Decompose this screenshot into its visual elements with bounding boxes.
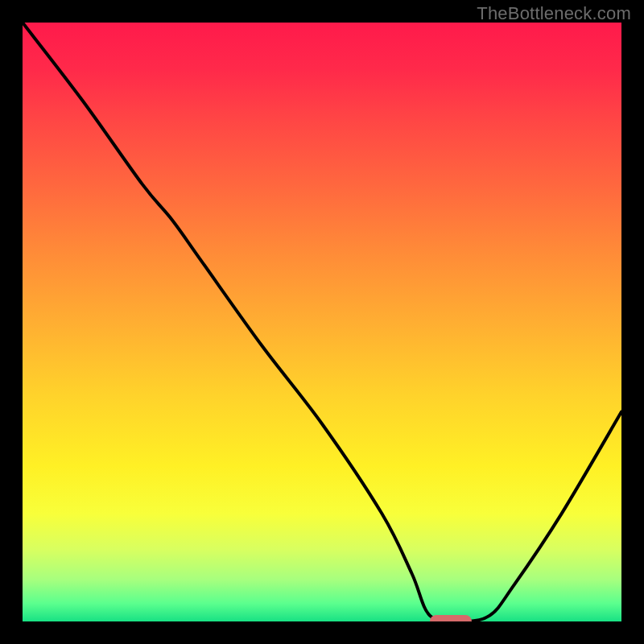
bottleneck-curve	[23, 23, 621, 621]
watermark-text: TheBottleneck.com	[477, 3, 631, 24]
curve-layer	[23, 23, 621, 621]
chart-frame: TheBottleneck.com	[0, 0, 644, 644]
plot-area	[23, 23, 621, 621]
minimum-marker	[430, 615, 472, 621]
